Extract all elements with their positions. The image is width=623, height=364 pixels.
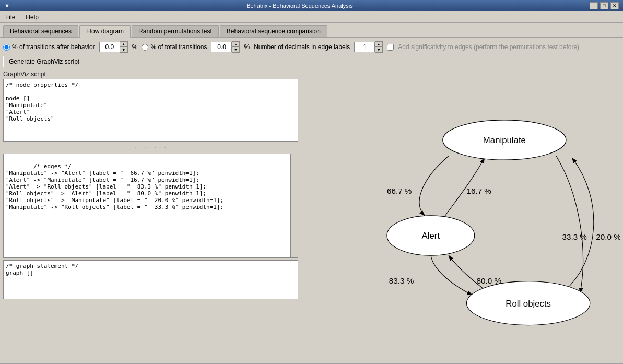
right-panel: 66.7 % 16.7 % 83.3 % 80.0 % 20.0 % 33.3 … xyxy=(301,79,620,360)
close-button[interactable]: ✕ xyxy=(610,2,619,9)
window-title: Behatrix - Behavioral Sequences Analysis xyxy=(246,3,353,9)
spin-total-down-btn[interactable]: ▼ xyxy=(232,47,239,52)
tab-flow-diagram[interactable]: Flow diagram xyxy=(79,25,131,38)
radio-total-transitions[interactable] xyxy=(142,44,148,51)
label-alert-manipulate: 16.7 % xyxy=(466,186,491,195)
radio-group-2: % of total transitions xyxy=(142,43,207,51)
node-alert-label: Alert xyxy=(422,231,440,241)
spin-total-transitions: ▲ ▼ xyxy=(211,41,240,53)
edge-manipulate-alert xyxy=(419,156,449,216)
label-rollobjects-alert: 80.0 % xyxy=(477,276,502,285)
spin-decimals-up-btn[interactable]: ▲ xyxy=(375,42,382,47)
toolbar-row: % of transitions after behavior ▲ ▼ % % … xyxy=(3,41,620,53)
tab-sequence-comparison[interactable]: Behavioral sequence comparision xyxy=(220,25,327,37)
maximize-button[interactable]: □ xyxy=(600,2,608,9)
radio2-unit: % xyxy=(244,43,250,51)
spin-after-behavior: ▲ ▼ xyxy=(99,41,128,53)
minimize-button[interactable]: — xyxy=(590,2,598,9)
divider: · · · · · · · xyxy=(3,145,298,150)
graph-statement-area[interactable]: /* graph statement */ graph [] xyxy=(3,260,298,299)
scrollbar[interactable] xyxy=(290,154,298,257)
node-manipulate-label: Manipulate xyxy=(483,135,526,145)
radio1-unit: % xyxy=(132,43,138,51)
spin-down-btn[interactable]: ▼ xyxy=(120,47,127,52)
spin-total-up-btn[interactable]: ▲ xyxy=(232,42,239,47)
spin-up-btn[interactable]: ▲ xyxy=(120,42,127,47)
label-manipulate-alert: 66.7 % xyxy=(387,186,412,195)
tab-behavioral-sequences[interactable]: Behavioral sequences xyxy=(3,25,78,37)
decimals-label: Number of decimals in edge labels xyxy=(254,43,350,51)
edge-manipulate-rollobjects xyxy=(556,156,583,293)
edges-content: /* edges */ "Manipulate" -> "Alert" [lab… xyxy=(6,163,224,210)
flow-diagram-svg: 66.7 % 16.7 % 83.3 % 80.0 % 20.0 % 33.3 … xyxy=(301,79,620,360)
menu-help[interactable]: Help xyxy=(23,13,41,21)
content-area: % of transitions after behavior ▲ ▼ % % … xyxy=(0,38,623,363)
node-properties-area[interactable]: /* node properties */ node [] "Manipulat… xyxy=(3,79,298,142)
radio-total-transitions-label: % of total transitions xyxy=(150,43,207,51)
node-rollobjects-label: Roll objects xyxy=(506,299,551,309)
label-alert-rollobjects: 83.3 % xyxy=(389,276,414,285)
spin-total-btns[interactable]: ▲ ▼ xyxy=(232,41,240,53)
significance-label: Add significativity to edges (perform th… xyxy=(398,43,579,51)
label-manipulate-rollobjects: 33.3 % xyxy=(562,232,587,241)
spin-decimals-btns[interactable]: ▲ ▼ xyxy=(375,41,383,53)
spin-after-behavior-input[interactable] xyxy=(99,42,120,52)
window-controls[interactable]: — □ ✕ xyxy=(590,2,619,9)
radio-after-behavior[interactable] xyxy=(3,44,10,51)
edges-area[interactable]: /* edges */ "Manipulate" -> "Alert" [lab… xyxy=(3,154,298,258)
spin-after-behavior-btns[interactable]: ▲ ▼ xyxy=(120,41,128,53)
spin-decimals: ▲ ▼ xyxy=(354,41,383,53)
menu-bar: File Help xyxy=(0,11,623,23)
tabs-container: Behavioral sequences Flow diagram Random… xyxy=(0,23,623,38)
spin-decimals-input[interactable] xyxy=(354,42,375,52)
menu-file[interactable]: File xyxy=(3,13,17,21)
script-section-label: GraphViz script xyxy=(3,71,620,78)
title-bar: ▼ Behatrix - Behavioral Sequences Analys… xyxy=(0,0,623,11)
tab-random-permutations[interactable]: Random permutations test xyxy=(132,25,219,37)
spin-decimals-down-btn[interactable]: ▼ xyxy=(375,47,382,52)
radio-group-1: % of transitions after behavior xyxy=(3,43,95,51)
edge-alert-rollobjects xyxy=(431,255,473,296)
significance-checkbox[interactable] xyxy=(387,44,394,51)
radio-after-behavior-label: % of transitions after behavior xyxy=(12,43,95,51)
edge-rollobjects-manipulate xyxy=(564,158,594,291)
generate-graphviz-button[interactable]: Generate GraphViz script xyxy=(3,56,85,67)
spin-total-transitions-input[interactable] xyxy=(211,42,232,52)
app-icon: ▼ xyxy=(4,3,10,9)
left-panel: /* node properties */ node [] "Manipulat… xyxy=(3,79,298,360)
label-rollobjects-manipulate: 20.0 % xyxy=(596,232,620,241)
main-split: /* node properties */ node [] "Manipulat… xyxy=(3,79,620,360)
